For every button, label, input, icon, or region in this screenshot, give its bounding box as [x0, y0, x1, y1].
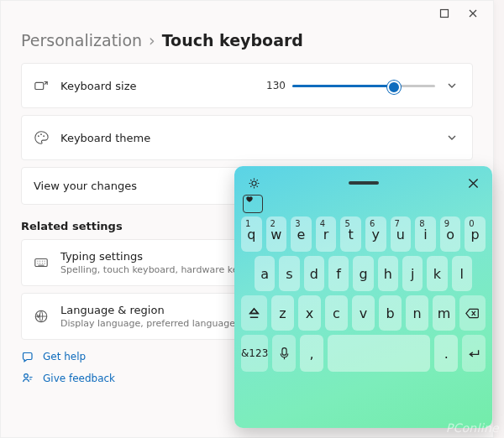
keyboard-size-value: 130 — [266, 80, 286, 91]
window-close-button[interactable] — [461, 6, 485, 21]
key-g[interactable]: g — [353, 256, 373, 291]
feedback-icon — [21, 372, 34, 385]
page-title: Touch keyboard — [162, 31, 303, 50]
key-t[interactable]: 5t — [340, 216, 361, 252]
key-k[interactable]: k — [427, 256, 447, 291]
language-icon — [34, 309, 49, 324]
svg-rect-0 — [441, 10, 449, 18]
keyboard-icon — [34, 255, 49, 270]
svg-rect-1 — [35, 82, 44, 89]
keyboard-size-slider[interactable] — [292, 80, 435, 91]
key-a[interactable]: a — [255, 256, 275, 291]
key-x[interactable]: x — [298, 295, 321, 331]
svg-point-8 — [251, 180, 255, 185]
key-comma[interactable]: , — [300, 335, 323, 372]
svg-point-3 — [40, 133, 42, 135]
get-help-label: Get help — [43, 351, 86, 362]
key-w[interactable]: 2w — [266, 216, 287, 252]
key-u[interactable]: 7u — [391, 216, 412, 252]
row-keyboard-size[interactable]: Keyboard size 130 — [21, 63, 473, 108]
palette-icon — [34, 130, 49, 145]
key-q[interactable]: 1q — [241, 216, 262, 252]
key-y[interactable]: 6y — [365, 216, 386, 252]
key-v[interactable]: v — [352, 295, 375, 331]
gif-sticker-button[interactable] — [243, 195, 263, 213]
keyboard-move-handle[interactable] — [349, 181, 379, 185]
keyboard-theme-label: Keyboard theme — [60, 132, 150, 144]
key-n[interactable]: n — [406, 295, 428, 331]
breadcrumb-separator: › — [149, 31, 155, 50]
help-icon — [21, 350, 34, 363]
breadcrumb-parent[interactable]: Personalization — [21, 31, 142, 50]
keyboard-rows: 1q2w3e4r5t6y7u8i9o0p asdfghjkl zxcvbnm &… — [239, 216, 487, 372]
key-d[interactable]: d — [304, 256, 324, 291]
key-m[interactable]: m — [433, 295, 455, 331]
keyboard-close-button[interactable] — [464, 174, 482, 192]
svg-point-4 — [43, 135, 45, 137]
chevron-down-icon[interactable] — [444, 77, 460, 94]
keyboard-size-label: Keyboard size — [60, 80, 136, 92]
key-e[interactable]: 3e — [291, 216, 312, 252]
key-f[interactable]: f — [328, 256, 349, 291]
svg-point-7 — [24, 374, 29, 378]
give-feedback-label: Give feedback — [43, 373, 115, 384]
svg-rect-9 — [282, 347, 286, 355]
key-c[interactable]: c — [325, 295, 348, 331]
key-enter[interactable] — [462, 335, 486, 372]
key-j[interactable]: j — [402, 256, 423, 291]
key-backspace[interactable] — [459, 295, 486, 331]
keyboard-settings-button[interactable] — [244, 174, 263, 192]
titlebar — [1, 1, 493, 23]
key-b[interactable]: b — [379, 295, 402, 331]
key-i[interactable]: 8i — [415, 216, 436, 252]
breadcrumb: Personalization › Touch keyboard — [1, 23, 493, 63]
keyboard-topbar — [239, 171, 487, 195]
window-maximize-button[interactable] — [433, 6, 456, 21]
row-keyboard-theme[interactable]: Keyboard theme — [21, 115, 473, 160]
key-r[interactable]: 4r — [316, 216, 337, 252]
key-period[interactable]: . — [434, 335, 458, 372]
key-p[interactable]: 0p — [465, 216, 486, 252]
view-changes-label: View your changes — [34, 180, 137, 192]
chevron-down-icon[interactable] — [444, 129, 460, 146]
key-mic[interactable] — [272, 335, 296, 372]
key-symbols[interactable]: &123 — [241, 335, 268, 372]
key-l[interactable]: l — [452, 256, 472, 291]
key-s[interactable]: s — [279, 256, 299, 291]
key-o[interactable]: 9o — [440, 216, 461, 252]
keyboard-size-icon — [34, 78, 49, 93]
touch-keyboard[interactable]: 1q2w3e4r5t6y7u8i9o0p asdfghjkl zxcvbnm &… — [234, 166, 492, 428]
key-space[interactable] — [328, 335, 430, 372]
svg-point-2 — [38, 135, 39, 137]
key-shift[interactable] — [241, 295, 267, 331]
key-h[interactable]: h — [378, 256, 398, 291]
key-z[interactable]: z — [271, 295, 294, 331]
